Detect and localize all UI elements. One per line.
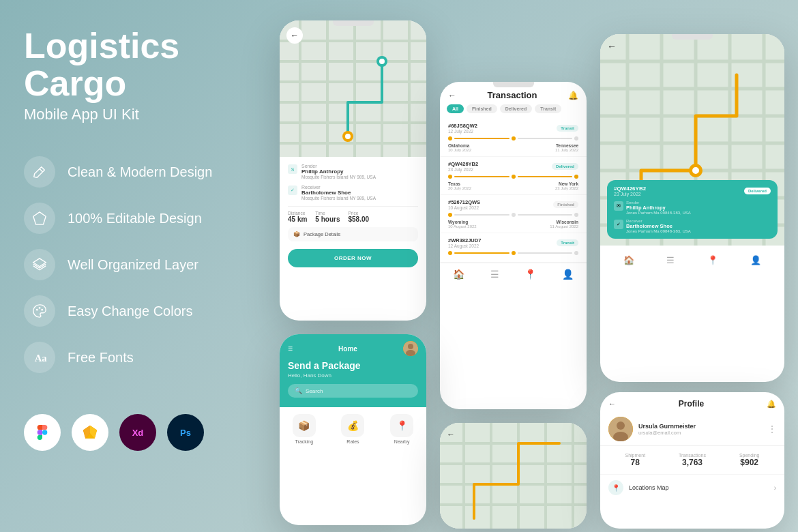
locations-map-menu[interactable]: 📍 Locations Map › (600, 474, 784, 501)
rates-label: Rates (346, 439, 359, 444)
sender-name: Phillip Anthropy (301, 168, 376, 175)
map-view: ← (280, 20, 426, 157)
spending-stat: Spending $902 (739, 453, 760, 467)
svg-marker-1 (33, 212, 46, 224)
profile-nav-p3[interactable]: 👤 (750, 255, 761, 265)
layers-icon (24, 249, 55, 280)
status-badge: Finished (553, 201, 578, 208)
feature-editable: 100% Editable Design (24, 203, 235, 234)
svg-point-5 (41, 309, 43, 311)
phone3-bottom: 🏠 ☰ 📍 👤 (600, 246, 784, 275)
back-button[interactable]: ← (286, 27, 303, 44)
tracking-icon-item[interactable]: 📦 Tracking (293, 414, 316, 444)
profile-nav-icon[interactable]: 👤 (562, 269, 574, 280)
quick-actions: 📦 Tracking 💰 Rates 📍 Nearby (280, 407, 426, 448)
nearby-label: Nearby (394, 439, 410, 444)
avatar-p4 (403, 341, 418, 356)
tx-date: 12 July 2022 (448, 129, 477, 134)
feature-colors-label: Easy Change Colors (68, 304, 192, 319)
time-value: 5 hours (315, 216, 340, 223)
back-button-p3[interactable]: ← (607, 41, 617, 52)
phone-map-detail: ← #QW426YB2 23 July 2022 Delivered ✉ Sen… (600, 34, 784, 382)
search-bar[interactable]: 🔍 Search (288, 384, 418, 398)
search-icon-p4: 🔍 (295, 387, 302, 394)
svg-point-4 (39, 307, 41, 309)
feature-fonts-label: Free Fonts (68, 350, 134, 366)
status-badge: Transit (557, 239, 578, 246)
text-icon: Aa (24, 342, 55, 373)
svg-point-26 (379, 59, 385, 64)
receiver-name-p3: Bartholomew Shoe (626, 223, 691, 229)
menu-nav-p3[interactable]: ☰ (666, 255, 675, 265)
rates-icon-item[interactable]: 💰 Rates (341, 414, 364, 444)
location-nav-p3[interactable]: 📍 (707, 255, 718, 265)
diamond-icon (24, 203, 55, 234)
phone-profile: ← Profile 🔔 Ursula Gurnmeister ursula@em… (600, 392, 784, 529)
delivered-badge: Delivered (744, 188, 771, 194)
back-button-p6[interactable]: ← (608, 400, 616, 408)
figma-icon (24, 414, 61, 451)
svg-point-41 (692, 167, 699, 174)
rates-icon: 💰 (341, 414, 364, 437)
tx-id: #526712QWS (448, 199, 480, 205)
progress-bar (448, 251, 578, 255)
wand-icon (24, 156, 55, 188)
receiver-addr-p3: Jones Parham Ma 09848-383, USA (626, 229, 691, 233)
more-icon[interactable]: ⋮ (768, 424, 776, 434)
location-map-icon: 📍 (608, 480, 623, 495)
transaction-row: #68JS8QW2 12 July 2022 Transit Oklahoma1… (440, 119, 587, 157)
order-now-button[interactable]: ORDER NOW (288, 249, 418, 267)
mockups-area: ← S Sender Phillip Anthropy Mosquito Fis… (266, 0, 798, 532)
distance-value: 45 km (288, 216, 307, 223)
profile-avatar (608, 417, 633, 441)
spending-label: Spending (739, 453, 760, 458)
transaction-title: Transaction (456, 90, 568, 100)
feature-clean-design: Clean & Modern Design (24, 156, 235, 188)
location-nav-icon[interactable]: 📍 (524, 269, 536, 280)
tx-id: #68JS8QW2 (448, 123, 477, 129)
menu-nav-icon[interactable]: ☰ (490, 269, 499, 280)
sender-addr: Mosquito Fishers Island NY 989, USA (301, 175, 376, 179)
feature-layers-label: Well Organized Layer (68, 257, 198, 273)
home-title: Home (338, 345, 357, 353)
profile-stats: Shipment 78 Transactions 3,763 Spending … (600, 446, 784, 474)
small-map-view: ← (440, 423, 587, 529)
receiver-icon-p3: ✓ (614, 220, 623, 229)
time-label: Time (315, 211, 340, 216)
tab-delivered[interactable]: Delivered (500, 104, 533, 113)
svg-text:Aa: Aa (35, 353, 47, 364)
svg-point-3 (36, 309, 38, 311)
back-button-tx[interactable]: ← (448, 91, 456, 100)
tab-transit[interactable]: Transit (535, 104, 561, 113)
app-title-line1: Logistics (24, 26, 179, 65)
feature-fonts: Aa Free Fonts (24, 342, 235, 373)
locations-map-label: Locations Map (629, 484, 769, 491)
xd-icon: Xd (119, 414, 156, 451)
tab-finished[interactable]: Finished (467, 104, 497, 113)
sketch-icon (72, 414, 108, 451)
menu-icon-p4[interactable]: ≡ (288, 344, 293, 353)
phone-transactions: ← Transaction 🔔 All Finished Delivered T… (440, 82, 587, 409)
progress-bar (448, 213, 578, 217)
svg-point-56 (617, 422, 625, 430)
nearby-icon-item[interactable]: 📍 Nearby (390, 414, 413, 444)
app-title: Logistics Cargo Mobile App UI Kit (24, 27, 235, 156)
receiver-label: Receiver (301, 185, 376, 190)
svg-rect-45 (440, 423, 587, 529)
subtext: Hello, Hans Down (288, 372, 418, 379)
price-label: Price (348, 211, 369, 216)
home-nav-icon[interactable]: 🏠 (453, 269, 464, 280)
nearby-icon: 📍 (390, 414, 413, 437)
feature-clean-label: Clean & Modern Design (68, 164, 212, 180)
feature-editable-label: 100% Editable Design (68, 211, 202, 226)
tx-id: #WR382JUD7 (448, 237, 481, 243)
app-title-line2: Cargo (24, 63, 126, 103)
svg-line-0 (40, 169, 43, 173)
status-badge: Delivered (552, 163, 578, 170)
transaction-tabs: All Finished Delivered Transit (440, 104, 587, 119)
tab-all[interactable]: All (447, 104, 464, 113)
map-detail-view: ← #QW426YB2 23 July 2022 Delivered ✉ Sen… (600, 34, 784, 246)
home-nav-p3[interactable]: 🏠 (623, 255, 634, 265)
tracking-icon: 📦 (293, 414, 316, 437)
back-button-p5[interactable]: ← (447, 430, 455, 439)
